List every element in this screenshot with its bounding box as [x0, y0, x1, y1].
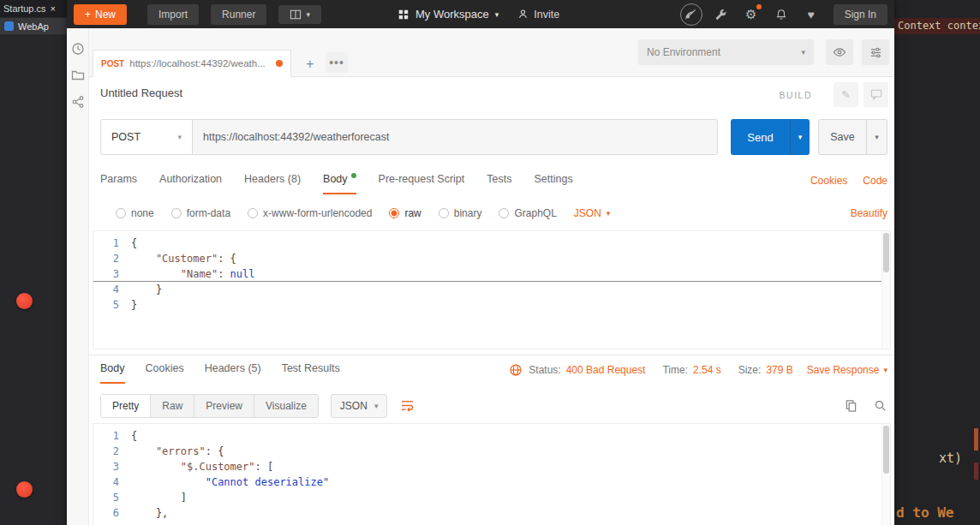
response-body-editor[interactable]: 1{ 2 "errors": { 3 "$.Customer": [ 4 "Ca… — [93, 423, 891, 525]
chevron-down-icon: ▾ — [875, 133, 879, 141]
request-tab[interactable]: POST https://localhost:44392/weath... — [93, 50, 291, 77]
save-button[interactable]: Save — [818, 119, 867, 155]
tab-tests[interactable]: Tests — [487, 173, 511, 194]
tab-label: Headers (5) — [205, 362, 261, 374]
request-tabstrip: POST https://localhost:44392/weath... + … — [89, 28, 894, 77]
chevron-down-icon: ▾ — [607, 209, 611, 218]
vs-editor-tab[interactable]: Startup.cs × — [0, 0, 67, 17]
workspace-switcher[interactable]: My Workspace ▾ — [397, 8, 499, 21]
raw-format-selector[interactable]: JSON ▾ — [574, 207, 611, 219]
chevron-down-icon: ▾ — [495, 10, 499, 19]
open-new-window-button[interactable]: ▾ — [278, 5, 321, 24]
code-line: 1{ — [93, 236, 890, 251]
tab-headers[interactable]: Headers (8) — [244, 173, 301, 194]
annotation-dot — [16, 481, 33, 498]
browser-tab-label: WebAp — [18, 21, 49, 32]
radio-icon — [439, 208, 449, 218]
save-response-button[interactable]: Save Response ▾ — [807, 364, 887, 376]
response-tab-headers[interactable]: Headers (5) — [205, 362, 261, 384]
scrollbar-thumb[interactable] — [883, 233, 889, 272]
invite-button[interactable]: Invite — [517, 9, 559, 21]
environment-settings-button[interactable] — [862, 39, 889, 65]
code-line-cursor: 3 "Name": null — [93, 266, 890, 282]
runner-button[interactable]: Runner — [211, 4, 266, 25]
sign-in-label: Sign In — [845, 9, 876, 21]
beautify-link[interactable]: Beautify — [851, 207, 887, 219]
response-format-selector[interactable]: JSON ▾ — [331, 394, 388, 418]
history-clock-icon[interactable] — [71, 42, 85, 56]
tab-label: Cookies — [146, 362, 184, 374]
search-icon[interactable] — [872, 398, 887, 414]
mode-raw[interactable]: raw — [389, 207, 421, 219]
request-title[interactable]: Untitled Request — [100, 87, 182, 99]
tab-pre-request-script[interactable]: Pre-request Script — [379, 173, 465, 194]
settings-gear-icon[interactable]: ⚙ — [740, 3, 762, 26]
environment-quick-look-button[interactable] — [826, 39, 853, 65]
response-view-switcher: Pretty Raw Preview Visualize — [100, 394, 319, 418]
url-input[interactable]: https://localhost:44392/weatherforecast — [193, 119, 718, 155]
size-label: Size: — [738, 364, 762, 376]
tab-label: Settings — [534, 173, 572, 185]
vs-code-fragment-top: Context context) — [894, 18, 980, 34]
tab-label: Test Results — [282, 362, 340, 374]
comment-button[interactable] — [863, 82, 888, 107]
code-link[interactable]: Code — [863, 175, 887, 187]
close-icon[interactable]: × — [51, 3, 56, 14]
request-links: Cookies Code — [810, 175, 887, 194]
scrollbar[interactable] — [881, 231, 890, 349]
tab-label: Headers (8) — [244, 173, 301, 185]
tab-body[interactable]: Body — [323, 173, 356, 194]
request-body-editor[interactable]: 1{ 2 "Customer": { 3 "Name": null 4 } 5} — [93, 230, 891, 349]
code-line: 2 "errors": { — [93, 444, 890, 459]
heart-icon[interactable]: ♥ — [800, 3, 822, 26]
tab-authorization[interactable]: Authorization — [159, 173, 222, 194]
chevron-down-icon: ▾ — [177, 133, 182, 141]
response-tab-cookies[interactable]: Cookies — [146, 362, 184, 384]
environment-selector[interactable]: No Environment ▾ — [638, 39, 814, 65]
mode-graphql[interactable]: GraphQL — [499, 207, 556, 219]
notifications-bell-icon[interactable] — [770, 3, 792, 26]
notification-dot — [756, 4, 762, 9]
scrollbar-thumb[interactable] — [883, 426, 889, 474]
response-meta: Status: 400 Bad Request Time: 2.54 s Siz… — [508, 362, 887, 384]
response-tab-test-results[interactable]: Test Results — [282, 362, 340, 384]
sign-in-button[interactable]: Sign In — [834, 4, 887, 25]
copy-icon[interactable] — [843, 398, 858, 414]
tab-params[interactable]: Params — [100, 173, 137, 194]
edit-button[interactable]: ✎ — [834, 82, 858, 107]
time-value: 2.54 s — [693, 364, 721, 376]
mode-none[interactable]: none — [116, 207, 154, 219]
scrollbar[interactable] — [881, 424, 890, 525]
new-tab-button[interactable]: + — [300, 54, 320, 75]
wrap-text-icon[interactable] — [399, 398, 415, 414]
browser-tab[interactable]: WebAp — [0, 18, 67, 34]
send-button[interactable]: Send — [731, 119, 790, 155]
sync-wrench-icon[interactable] — [710, 3, 732, 26]
unsaved-dot — [276, 60, 283, 67]
view-visualize[interactable]: Visualize — [254, 395, 318, 417]
import-button[interactable]: Import — [147, 4, 199, 25]
response-tab-body[interactable]: Body — [100, 362, 125, 384]
capture-requests-icon[interactable] — [680, 3, 702, 26]
response-tabs: Body Cookies Headers (5) Test Results St… — [100, 357, 887, 384]
comment-icon — [870, 89, 882, 100]
tab-options-button[interactable]: ••• — [326, 52, 348, 73]
save-options-button[interactable]: ▾ — [867, 119, 887, 155]
radio-icon — [116, 208, 126, 218]
mode-urlencoded[interactable]: x-www-form-urlencoded — [248, 207, 372, 219]
mode-binary[interactable]: binary — [439, 207, 482, 219]
chevron-down-icon: ▾ — [883, 366, 887, 374]
cookies-link[interactable]: Cookies — [810, 175, 847, 187]
tab-settings[interactable]: Settings — [534, 173, 572, 194]
view-raw[interactable]: Raw — [150, 395, 194, 417]
request-tab-url: https://localhost:44392/weath... — [129, 58, 271, 69]
view-pretty[interactable]: Pretty — [101, 395, 150, 417]
collections-folder-icon[interactable] — [71, 69, 85, 82]
view-preview[interactable]: Preview — [194, 395, 254, 417]
method-selector[interactable]: POST ▾ — [100, 119, 193, 155]
send-options-button[interactable]: ▾ — [790, 119, 810, 155]
apis-network-icon[interactable] — [71, 95, 85, 109]
code-line: 3 "$.Customer": [ — [93, 459, 890, 474]
new-button[interactable]: + New — [74, 4, 127, 25]
mode-form-data[interactable]: form-data — [171, 207, 230, 219]
